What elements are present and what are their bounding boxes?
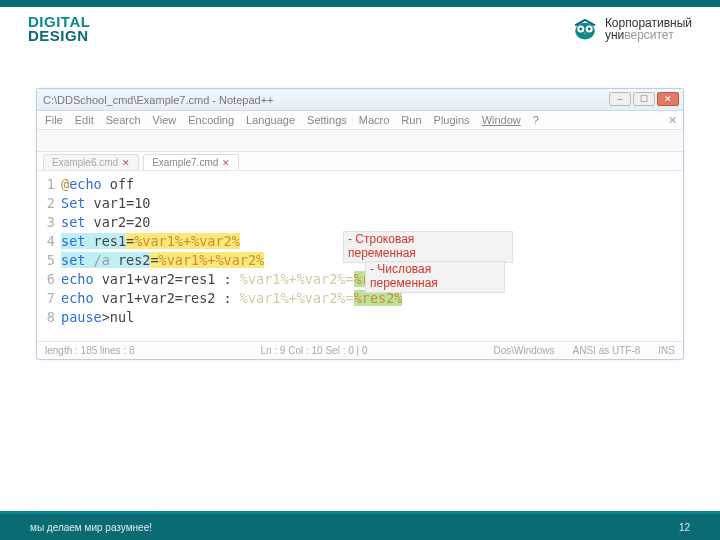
close-tab-icon[interactable]: ✕ bbox=[122, 158, 130, 168]
menu-language[interactable]: Language bbox=[246, 114, 295, 126]
menu-run[interactable]: Run bbox=[401, 114, 421, 126]
ku-line2: университет bbox=[605, 29, 692, 42]
code-line-3: set var2=20 bbox=[61, 213, 683, 232]
window-controls: – ☐ ✕ bbox=[609, 92, 679, 106]
tab-active[interactable]: Example7.cmd✕ bbox=[143, 154, 239, 170]
tab-inactive[interactable]: Example6.cmd✕ bbox=[43, 154, 139, 170]
slide-top-bar bbox=[0, 0, 720, 7]
maximize-button[interactable]: ☐ bbox=[633, 92, 655, 106]
status-bar: length : 185 lines : 8 Ln : 9 Col : 10 S… bbox=[37, 341, 683, 359]
callout-string-variable: - Строковаяпеременная bbox=[343, 231, 513, 263]
close-button[interactable]: ✕ bbox=[657, 92, 679, 106]
ku-text: Корпоративный университет bbox=[605, 17, 692, 42]
menu-view[interactable]: View bbox=[153, 114, 177, 126]
menu-file[interactable]: File bbox=[45, 114, 63, 126]
menu-search[interactable]: Search bbox=[106, 114, 141, 126]
code-line-2: Set var1=10 bbox=[61, 194, 683, 213]
logo-digital-design: DIGITAL DESIGN bbox=[28, 15, 90, 44]
menu-window[interactable]: Window bbox=[482, 114, 521, 126]
status-encoding: ANSI as UTF-8 bbox=[573, 345, 641, 356]
slide-number: 12 bbox=[679, 522, 690, 533]
logo-corporate-university: Корпоративный университет bbox=[571, 17, 692, 42]
menu-bar: File Edit Search View Encoding Language … bbox=[37, 111, 683, 130]
toolbar bbox=[37, 130, 683, 152]
svg-point-3 bbox=[579, 28, 582, 31]
menubar-x-icon[interactable]: ✕ bbox=[668, 114, 677, 127]
status-length: length : 185 lines : 8 bbox=[45, 345, 135, 356]
slide-header: DIGITAL DESIGN Корпоративный университет bbox=[0, 7, 720, 44]
close-tab-icon[interactable]: ✕ bbox=[222, 158, 230, 168]
owl-icon bbox=[571, 17, 599, 41]
code-editor[interactable]: 12345678 @echo off Set var1=10 set var2=… bbox=[37, 171, 683, 341]
status-cursor: Ln : 9 Col : 10 Sel : 0 | 0 bbox=[260, 345, 367, 356]
status-eol: Dos\Windows bbox=[493, 345, 554, 356]
notepadpp-window: C:\DDSchool_cmd\Example7.cmd - Notepad++… bbox=[36, 88, 684, 360]
menu-settings[interactable]: Settings bbox=[307, 114, 347, 126]
code-lines: @echo off Set var1=10 set var2=20 set re… bbox=[61, 175, 683, 327]
callout-numeric-variable: - Числоваяпеременная bbox=[365, 261, 505, 293]
menu-encoding[interactable]: Encoding bbox=[188, 114, 234, 126]
code-line-1: @echo off bbox=[61, 175, 683, 194]
menu-help[interactable]: ? bbox=[533, 114, 539, 126]
svg-point-4 bbox=[588, 28, 591, 31]
window-titlebar: C:\DDSchool_cmd\Example7.cmd - Notepad++… bbox=[37, 89, 683, 111]
logo-line2: DESIGN bbox=[28, 29, 90, 43]
menu-plugins[interactable]: Plugins bbox=[434, 114, 470, 126]
slide-footer: мы делаем мир разумнее! 12 bbox=[0, 514, 720, 540]
minimize-button[interactable]: – bbox=[609, 92, 631, 106]
footer-tagline: мы делаем мир разумнее! bbox=[30, 522, 152, 533]
notepadpp-screenshot: C:\DDSchool_cmd\Example7.cmd - Notepad++… bbox=[36, 88, 684, 360]
document-tabs: Example6.cmd✕ Example7.cmd✕ bbox=[37, 152, 683, 171]
window-title-text: C:\DDSchool_cmd\Example7.cmd - Notepad++ bbox=[43, 94, 274, 106]
code-line-8: pause>nul bbox=[61, 308, 683, 327]
menu-edit[interactable]: Edit bbox=[75, 114, 94, 126]
status-insert: INS bbox=[658, 345, 675, 356]
line-numbers: 12345678 bbox=[37, 175, 61, 327]
menu-macro[interactable]: Macro bbox=[359, 114, 390, 126]
